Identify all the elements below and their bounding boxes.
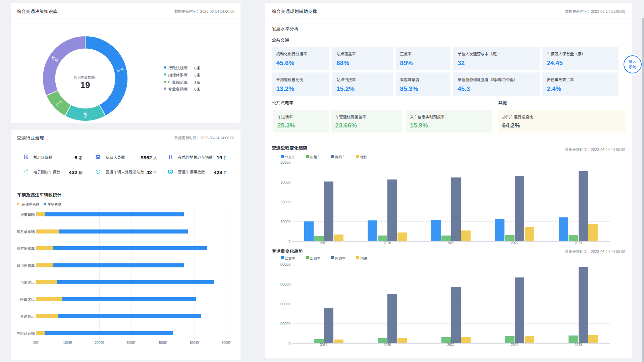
svg-text:16%: 16% [83,111,88,118]
svg-text:19: 19 [80,78,90,90]
